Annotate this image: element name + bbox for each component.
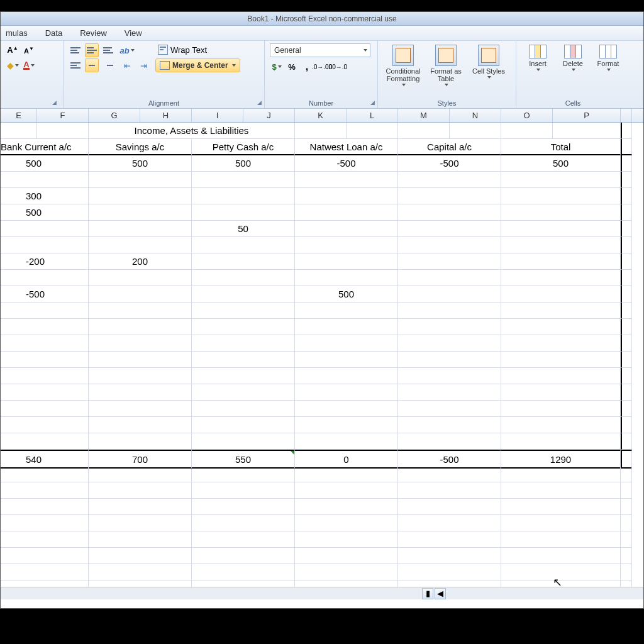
tab-review[interactable]: Review	[80, 28, 107, 38]
cell-styles-button[interactable]: Cell Styles	[469, 43, 509, 80]
cell[interactable]	[398, 303, 501, 319]
tab-data[interactable]: Data	[45, 28, 62, 38]
cell[interactable]	[1, 270, 89, 286]
cell[interactable]	[621, 548, 632, 564]
cell[interactable]	[398, 515, 501, 531]
cell[interactable]	[192, 515, 295, 531]
cell[interactable]	[1, 433, 89, 450]
cell[interactable]	[89, 433, 192, 450]
cell[interactable]	[295, 466, 398, 482]
cell[interactable]	[621, 270, 632, 286]
wrap-text-button[interactable]: Wrap Text	[155, 43, 240, 56]
cell[interactable]	[1, 548, 89, 564]
cell[interactable]	[89, 531, 192, 548]
cell[interactable]	[1, 319, 89, 335]
cell[interactable]	[192, 384, 295, 401]
cell[interactable]	[501, 482, 621, 499]
col-header[interactable]: I	[192, 109, 243, 122]
cell[interactable]: 500	[1, 204, 89, 221]
col-title-natwest[interactable]: Natwest Loan a/c	[295, 139, 398, 155]
cell[interactable]	[295, 433, 398, 450]
cell[interactable]	[501, 499, 621, 515]
cell[interactable]	[1, 221, 89, 237]
cell[interactable]	[501, 335, 621, 352]
cell[interactable]	[295, 384, 398, 401]
cell[interactable]: 500	[192, 155, 295, 172]
cell[interactable]	[192, 270, 295, 286]
cell[interactable]	[621, 352, 632, 368]
cell[interactable]	[192, 401, 295, 417]
cell[interactable]	[192, 303, 295, 319]
cell[interactable]	[295, 515, 398, 531]
cell[interactable]	[295, 303, 398, 319]
cell[interactable]	[192, 433, 295, 450]
cell[interactable]	[621, 515, 632, 531]
cell[interactable]: 500	[295, 286, 398, 303]
accounting-format-button[interactable]: $	[270, 60, 284, 74]
col-title-total[interactable]: Total	[501, 139, 621, 155]
align-middle-button[interactable]	[85, 43, 99, 57]
cell[interactable]: -500	[295, 155, 398, 172]
cell[interactable]	[398, 564, 501, 580]
cell[interactable]	[89, 286, 192, 303]
cell[interactable]	[192, 564, 295, 580]
cell[interactable]	[1, 499, 89, 515]
cell[interactable]	[295, 368, 398, 384]
cell[interactable]	[501, 221, 621, 237]
tab-formulas[interactable]: mulas	[6, 28, 28, 38]
horizontal-scrollbar[interactable]: ▮ ◀	[1, 587, 643, 599]
cell[interactable]	[295, 335, 398, 352]
cell[interactable]	[398, 368, 501, 384]
cell[interactable]: 500	[1, 155, 89, 172]
cell[interactable]	[89, 204, 192, 221]
cell[interactable]	[501, 352, 621, 368]
cell[interactable]	[192, 531, 295, 548]
cell[interactable]	[192, 286, 295, 303]
cell[interactable]	[501, 204, 621, 221]
cell[interactable]	[89, 335, 192, 352]
cell[interactable]	[295, 564, 398, 580]
cell[interactable]	[1, 303, 89, 319]
cell[interactable]	[1, 564, 89, 580]
cell[interactable]	[621, 172, 632, 188]
cell[interactable]	[192, 417, 295, 433]
cell[interactable]	[295, 531, 398, 548]
col-header[interactable]: E	[1, 109, 37, 122]
cell[interactable]	[621, 204, 632, 221]
cell[interactable]	[621, 237, 632, 253]
decrease-indent-button[interactable]: ⇤	[120, 58, 134, 72]
fill-color-button[interactable]: ◆	[6, 58, 19, 72]
cell[interactable]	[621, 221, 632, 237]
col-title-petty[interactable]: Petty Cash a/c	[192, 139, 295, 155]
cell[interactable]	[398, 401, 501, 417]
cell[interactable]	[295, 352, 398, 368]
cell[interactable]	[501, 417, 621, 433]
cell[interactable]	[192, 204, 295, 221]
cell[interactable]	[295, 188, 398, 204]
delete-button[interactable]: Delete	[557, 43, 589, 72]
cell[interactable]	[89, 221, 192, 237]
col-header[interactable]: J	[243, 109, 295, 122]
cell[interactable]	[501, 303, 621, 319]
cell[interactable]	[621, 286, 632, 303]
cell[interactable]	[89, 188, 192, 204]
cell[interactable]: 500	[501, 155, 621, 172]
cell[interactable]	[398, 237, 501, 253]
cell[interactable]	[1, 401, 89, 417]
col-header[interactable]: G	[89, 109, 140, 122]
cell[interactable]	[295, 172, 398, 188]
cell[interactable]	[501, 270, 621, 286]
cell[interactable]	[295, 482, 398, 499]
cell[interactable]	[192, 548, 295, 564]
cell[interactable]	[621, 319, 632, 335]
format-as-table-button[interactable]: Format as Table	[426, 43, 466, 87]
cell[interactable]	[398, 499, 501, 515]
cell[interactable]	[1, 172, 89, 188]
dialog-launcher-icon[interactable]: ◢	[370, 99, 375, 106]
cell[interactable]	[501, 515, 621, 531]
cell[interactable]	[501, 466, 621, 482]
cell[interactable]	[192, 482, 295, 499]
col-header[interactable]: H	[140, 109, 192, 122]
cell[interactable]	[1, 482, 89, 499]
section-title[interactable]: Income, Assets & Liabilities	[89, 123, 295, 139]
